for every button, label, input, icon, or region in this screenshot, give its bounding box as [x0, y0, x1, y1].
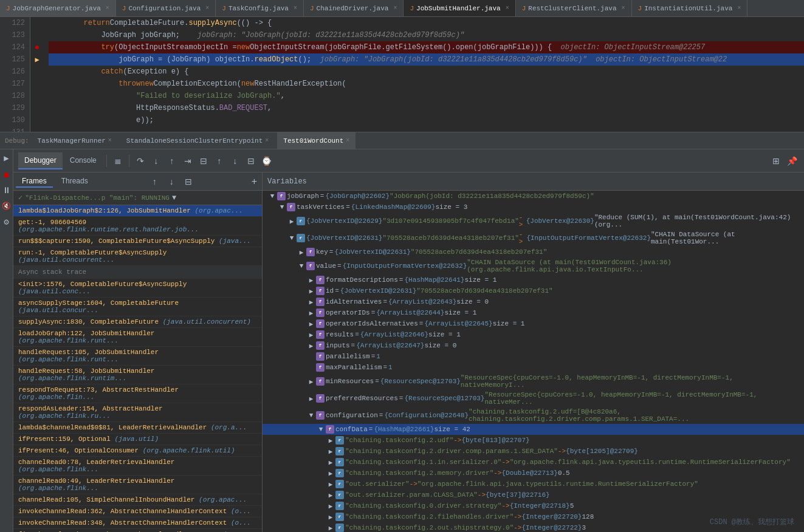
- async-frame-7[interactable]: respondAsLeader:154, AbstractHandler (or…: [13, 403, 262, 422]
- async-frame-0[interactable]: <init>:1576, CompletableFuture$AsyncSupp…: [13, 279, 262, 298]
- expand-icon[interactable]: ▶: [326, 480, 335, 488]
- async-frame-11[interactable]: channelRead0:78, LeaderRetrievalHandler …: [13, 457, 262, 476]
- expand-icon[interactable]: ▶: [287, 217, 297, 225]
- async-frame-5[interactable]: handleRequest:58, JobSubmitHandler (org.…: [13, 366, 262, 384]
- async-frame-1[interactable]: asyncSupplyStage:1604, CompletableFuture…: [13, 298, 262, 316]
- debug-tab-close[interactable]: ×: [108, 137, 112, 144]
- frames-list[interactable]: lambda$loadJobGraph$2:126, JobSubmitHand…: [13, 205, 262, 532]
- var-formatdescriptions[interactable]: ▶ f formatDescriptions = {HashMap@22641}…: [263, 275, 804, 285]
- var-maxparallelism[interactable]: ▶ f maxParallelism = 1: [263, 362, 804, 373]
- expand-icon[interactable]: ▼: [277, 203, 287, 211]
- async-frame-14[interactable]: invokeChannelRead:362, AbstractChannelHa…: [13, 506, 262, 517]
- tab-close[interactable]: ×: [393, 5, 397, 12]
- async-frame-13[interactable]: channelRead:105, SimpleChannelInboundHan…: [13, 494, 262, 506]
- expand-icon[interactable]: ▶: [306, 309, 316, 317]
- var-inputs[interactable]: ▶ f inputs = {ArrayList@22647} size = 0: [263, 340, 804, 351]
- expand-icon[interactable]: ▼: [287, 234, 297, 242]
- expand-icon[interactable]: ▶: [326, 459, 335, 466]
- frame-item-1[interactable]: get:-1, 986604569 (org.apache.flink.runt…: [13, 217, 262, 236]
- async-frame-16[interactable]: fireChannelRead:340, AbstractChannelHand…: [13, 529, 262, 532]
- code-content[interactable]: return CompletableFuture. supplyAsync ((…: [44, 17, 804, 132]
- var-outserializerparam[interactable]: ▶ r "out.serializer.param.CLASS_DATA" ->…: [263, 489, 804, 500]
- thread-indicator[interactable]: ✓ "Flink-Dispatche...p "main": RUNNING ▼: [13, 191, 262, 205]
- debugger-tab[interactable]: Debugger: [18, 152, 63, 169]
- resume-icon[interactable]: ▶: [2, 152, 10, 165]
- up-frame-btn[interactable]: ↑: [212, 154, 227, 168]
- var-taskconfig2driver[interactable]: ▶ r "chaining.taskconfig.2.driver.comp.p…: [263, 446, 804, 457]
- async-frame-15[interactable]: invokeChannelRead:348, AbstractChannelHa…: [13, 517, 262, 529]
- var-key[interactable]: ▶ f key = {JobVertexID@22631} "705528ace…: [263, 247, 804, 257]
- async-frame-12[interactable]: channelRead0:49, LeaderRetrievalHandler …: [13, 476, 262, 494]
- step-out-btn[interactable]: ↑: [165, 154, 179, 168]
- stop-icon[interactable]: ◼: [2, 168, 10, 181]
- debug-tab-close[interactable]: ×: [346, 137, 349, 144]
- expand-icon[interactable]: ▶: [306, 331, 316, 339]
- async-frame-6[interactable]: respondToRequest:73, AbstractRestHandler…: [13, 384, 262, 403]
- tab-close[interactable]: ×: [205, 5, 209, 12]
- expand-icon[interactable]: ▶: [326, 469, 335, 477]
- dn-btn[interactable]: ↓: [164, 174, 179, 189]
- console-tab[interactable]: Console: [64, 155, 103, 167]
- expand-icon[interactable]: ▶: [306, 276, 316, 284]
- expand-icon[interactable]: ▶: [306, 378, 316, 386]
- tab-taskconfig[interactable]: J TaskConfig.java ×: [216, 0, 304, 16]
- var-outserializer[interactable]: ▶ r "out.serializer" -> "org.apache.flin…: [263, 479, 804, 489]
- debug-tab-standalone[interactable]: StandaloneSessionClusterEntrypoint ×: [120, 132, 275, 149]
- async-frame-3[interactable]: loadJobGraph:122, JobSubmitHandler (org.…: [13, 328, 262, 347]
- expand-icon[interactable]: ▼: [306, 412, 316, 419]
- expand-icon[interactable]: ▶: [306, 395, 316, 403]
- debug-tab-taskmanager[interactable]: TaskManagerRunner ×: [32, 132, 118, 149]
- tab-close[interactable]: ×: [737, 5, 741, 12]
- async-frame-4[interactable]: handleRequest:105, JobSubmitHandler (org…: [13, 347, 262, 366]
- var-preferredresources[interactable]: ▶ f preferredResources = {ResourceSpec@1…: [263, 390, 804, 407]
- up-btn[interactable]: ↑: [147, 174, 162, 189]
- var-driverstrategy[interactable]: ▶ r "chaining.taskconfig.0.driver.strate…: [263, 500, 804, 511]
- tab-chaineddriver[interactable]: J ChainedDriver.java ×: [304, 0, 404, 16]
- var-results[interactable]: ▶ f results = {ArrayList@22646} size = 1: [263, 329, 804, 340]
- expand-icon[interactable]: ▶: [326, 448, 335, 455]
- tab-close[interactable]: ×: [506, 5, 509, 12]
- var-jobvertex-22631[interactable]: ▼ r {JobVertexID@22631} "705528aceb7d639…: [263, 230, 804, 247]
- async-frame-2[interactable]: supplyAsync:1830, CompletableFuture (jav…: [13, 316, 262, 328]
- down-frame-btn[interactable]: ↓: [228, 154, 242, 168]
- expand-icon[interactable]: ▼: [267, 193, 277, 200]
- expand-icon[interactable]: ▶: [306, 342, 316, 350]
- var-value[interactable]: ▼ f value = {InputOutputFormatVertex@226…: [263, 257, 804, 275]
- async-frame-9[interactable]: ifPresent:159, Optional (java.util): [13, 434, 262, 445]
- expand-icon[interactable]: ▶: [326, 491, 335, 499]
- debug-tab-wordcount[interactable]: Test01WordCount ×: [277, 132, 356, 149]
- frame-item-2[interactable]: run$$$capture:1590, CompletableFuture$As…: [13, 236, 262, 247]
- tab-instantiationutil[interactable]: J InstantiationUtil.java ×: [632, 0, 748, 16]
- frame-item-3[interactable]: run:-1, CompletableFuture$AsyncSupply (j…: [13, 247, 262, 266]
- var-confdata[interactable]: ▼ f confData = {HashMap@22661} size = 42: [263, 424, 804, 435]
- frames-icon[interactable]: ≣: [111, 154, 125, 168]
- expand-icon[interactable]: ▶: [326, 502, 335, 510]
- tab-restclusterclient[interactable]: J RestClusterClient.java ×: [516, 0, 632, 16]
- expand-icon[interactable]: ▶: [326, 437, 335, 445]
- tab-close[interactable]: ×: [106, 5, 109, 12]
- add-frame-btn[interactable]: +: [249, 176, 259, 187]
- var-idalternatives[interactable]: ▶ f idAlternatives = {ArrayList@22643} s…: [263, 296, 804, 307]
- settings-icon[interactable]: ⚙: [2, 216, 10, 228]
- var-jobvertex-22629[interactable]: ▶ r {JobVertexID@22629} "3d107e091459389…: [263, 213, 804, 230]
- pause-icon[interactable]: ⏸: [1, 185, 12, 197]
- var-parallelism[interactable]: ▶ f parallelism = 1: [263, 351, 804, 362]
- expand-icon[interactable]: ▶: [326, 524, 335, 532]
- var-minresources[interactable]: ▶ f minResources = {ResourceSpec@12703} …: [263, 373, 804, 390]
- expand-icon[interactable]: ▶: [306, 298, 316, 306]
- var-taskconfig1serializer[interactable]: ▶ r "chaining.taskconfig.1.in.serializer…: [263, 457, 804, 468]
- filter-btn[interactable]: ⊟: [244, 154, 258, 168]
- var-taskvertices[interactable]: ▼ f taskVertices = {LinkedHashMap@22609}…: [263, 202, 804, 213]
- restore-btn[interactable]: ⌚: [259, 154, 274, 168]
- frames-tab[interactable]: Frames: [16, 176, 53, 188]
- tab-jobgraphgenerator[interactable]: J JobGraphGenerator.java ×: [0, 0, 116, 16]
- step-over-btn[interactable]: ↷: [133, 154, 148, 168]
- table-view-btn[interactable]: ⊞: [769, 154, 783, 168]
- expand-icon[interactable]: ▶: [306, 287, 316, 295]
- expand-icon[interactable]: ▶: [306, 320, 316, 328]
- expand-icon[interactable]: ▶: [326, 513, 335, 521]
- pin-btn[interactable]: 📌: [785, 154, 799, 168]
- var-taskconfig2udf[interactable]: ▶ r "chaining.taskconfig.2.udf" -> {byte…: [263, 435, 804, 446]
- async-frame-10[interactable]: ifPresent:46, OptionalConsumer (org.apac…: [13, 445, 262, 457]
- var-operatorids[interactable]: ▶ f operatorIDs = {ArrayList@22644} size…: [263, 307, 804, 318]
